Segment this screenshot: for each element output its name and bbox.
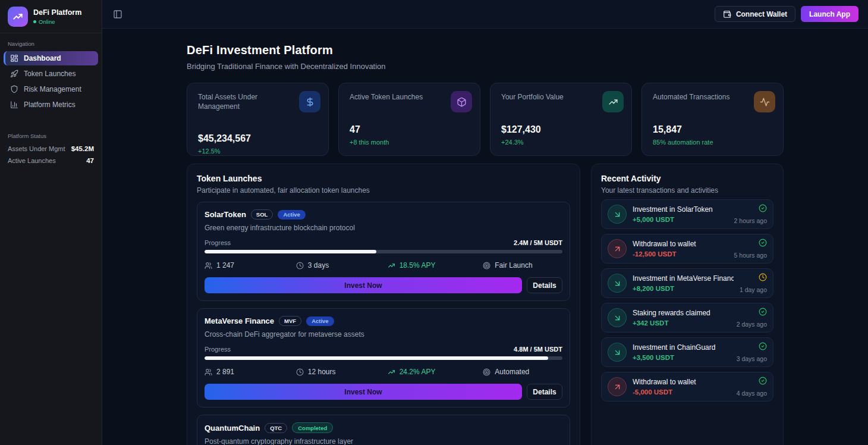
activity-title: Staking rewards claimed (633, 309, 731, 317)
progress-value: 2.4M / 5M USDT (514, 239, 562, 246)
token-description: Green energy infrastructure blockchain p… (205, 224, 562, 232)
activity-item: Withdrawal to wallet -5,000 USDT 4 days … (601, 372, 773, 402)
stat-card-portfolio-value: Your Portfolio Value $127,430 +24.3% (490, 83, 632, 156)
clock-icon (296, 368, 304, 376)
online-status: Online (33, 18, 81, 25)
activity-time: 5 hours ago (734, 252, 767, 259)
time-stat: 3 days (296, 261, 388, 269)
cube-icon (451, 91, 472, 112)
progress-label: Progress (205, 239, 231, 246)
activity-time: 2 hours ago (734, 217, 767, 224)
dollar-icon (299, 91, 320, 112)
trending-up-icon (602, 91, 624, 112)
check-circle-icon (759, 342, 767, 350)
token-card-solartoken: SolarToken SOL Active Green energy infra… (197, 202, 570, 301)
activity-amount: -5,000 USDT (633, 388, 731, 396)
check-circle-icon (759, 308, 767, 316)
activity-title: Investment in SolarToken (633, 205, 728, 214)
stat-card-total-assets: Total Assets Under Management $45,234,56… (187, 83, 329, 156)
activity-time: 4 days ago (737, 390, 767, 397)
arrow-down-right-icon (608, 274, 627, 293)
activity-item: Investment in MetaVerse Finance +8,200 U… (601, 268, 773, 298)
activity-icon (754, 91, 775, 112)
stat-label: Active Token Launches (350, 93, 445, 102)
sidebar-item-label: Dashboard (24, 54, 61, 62)
stat-label: Automated Transactions (653, 93, 748, 102)
dashboard-grid-icon (10, 54, 18, 62)
token-symbol-badge: MVF (279, 316, 301, 326)
sidebar-item-label: Risk Management (24, 85, 81, 93)
invest-now-button[interactable]: Invest Now (205, 384, 522, 400)
launch-app-button[interactable]: Launch App (801, 6, 858, 22)
sidebar-item-platform-metrics[interactable]: Platform Metrics (4, 98, 98, 112)
sidebar-toggle-button[interactable] (113, 10, 122, 19)
activity-amount: +8,200 USDT (633, 285, 734, 292)
panel-title: Token Launches (197, 174, 570, 183)
panel-subtitle: Participate in automated, fair allocatio… (197, 186, 570, 195)
arrow-down-right-icon (608, 343, 627, 362)
connect-wallet-button[interactable]: Connect Wallet (715, 6, 795, 22)
token-name: QuantumChain (205, 424, 260, 433)
clock-icon (296, 262, 304, 269)
activity-item: Withdrawal to wallet -12,500 USDT 5 hour… (601, 234, 773, 264)
activity-time: 3 days ago (737, 355, 767, 362)
activity-amount: -12,500 USDT (633, 250, 728, 258)
activity-item: Investment in SolarToken +5,000 USDT 2 h… (601, 199, 773, 229)
token-status-badge: Completed (292, 422, 333, 433)
trending-up-icon (388, 262, 395, 269)
users-icon (205, 368, 212, 376)
stat-value: $127,430 (501, 124, 621, 135)
stat-change: 85% automation rate (653, 139, 772, 146)
launch-type-stat: Fair Launch (483, 261, 562, 269)
pending-clock-icon (759, 273, 767, 281)
details-button[interactable]: Details (527, 384, 562, 400)
target-icon (483, 368, 490, 376)
token-symbol-badge: QTC (265, 423, 287, 433)
progress-bar (205, 250, 562, 253)
token-card-quantumchain: QuantumChain QTC Completed Post-quantum … (197, 415, 570, 445)
main-content: DeFi Investment Platform Bridging Tradit… (102, 29, 868, 445)
panel-title: Recent Activity (601, 174, 773, 183)
token-description: Cross-chain DeFi aggregator for metavers… (205, 330, 562, 339)
recent-activity-panel: Recent Activity Your latest transactions… (591, 164, 784, 445)
token-name: SolarToken (205, 210, 246, 219)
users-icon (205, 262, 212, 269)
sidebar-item-token-launches[interactable]: Token Launches (4, 67, 98, 81)
activity-time: 1 day ago (740, 286, 767, 293)
token-name: MetaVerse Finance (205, 316, 274, 325)
activity-amount: +3,500 USDT (633, 354, 731, 361)
page-subtitle: Bridging Traditional Finance with Decent… (187, 62, 784, 71)
sidebar: DeFi Platform Online Navigation Dashboar… (0, 0, 102, 445)
stat-value: 15,847 (653, 124, 772, 135)
stat-value: 47 (350, 124, 469, 135)
activity-amount: +5,000 USDT (633, 216, 728, 223)
arrow-up-right-icon (608, 239, 627, 258)
arrow-up-right-icon (608, 377, 627, 396)
activity-time: 2 days ago (737, 321, 767, 328)
sidebar-item-dashboard[interactable]: Dashboard (4, 51, 98, 65)
token-launches-panel: Token Launches Participate in automated,… (187, 164, 580, 445)
status-row-active-launches: Active Launches 47 (0, 155, 102, 167)
sidebar-item-label: Token Launches (24, 70, 76, 78)
stat-change: +12.5% (198, 148, 317, 155)
nav-section-label: Navigation (0, 33, 102, 51)
activity-title: Investment in ChainGuard (633, 343, 731, 352)
activity-title: Withdrawal to wallet (633, 240, 728, 248)
sidebar-item-risk-management[interactable]: Risk Management (4, 82, 98, 96)
stat-card-active-launches: Active Token Launches 47 +8 this month (338, 83, 480, 156)
time-stat: 12 hours (296, 368, 388, 376)
brand-logo-trending-up-icon (8, 7, 28, 27)
progress-bar (205, 356, 562, 360)
aum-value: $45.2M (71, 145, 94, 152)
check-circle-icon (759, 204, 767, 212)
progress-label: Progress (205, 346, 231, 353)
apy-stat: 18.5% APY (388, 261, 483, 269)
apy-stat: 24.2% APY (388, 368, 483, 376)
stats-grid: Total Assets Under Management $45,234,56… (187, 83, 784, 156)
participants-stat: 2 891 (205, 368, 296, 376)
wallet-icon (723, 10, 731, 18)
invest-now-button[interactable]: Invest Now (205, 277, 522, 293)
details-button[interactable]: Details (527, 277, 562, 293)
brand-name: DeFi Platform (33, 8, 81, 17)
activity-item: Investment in ChainGuard +3,500 USDT 3 d… (601, 337, 773, 367)
